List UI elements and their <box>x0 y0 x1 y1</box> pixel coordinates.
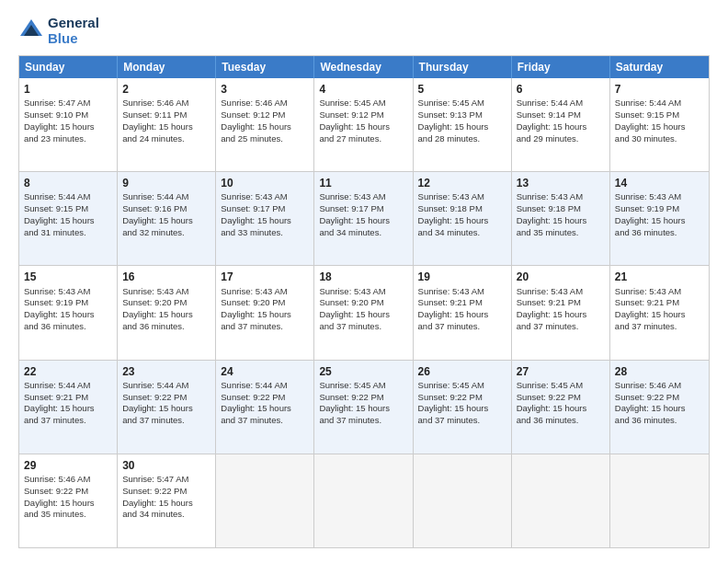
day-info-line: Sunset: 9:21 PM <box>418 297 506 309</box>
day-info-line: Sunset: 9:22 PM <box>122 486 210 498</box>
day-info-line: Sunset: 9:18 PM <box>517 203 605 215</box>
calendar-cell-15: 15Sunrise: 5:43 AMSunset: 9:19 PMDayligh… <box>19 266 118 359</box>
day-info-line: and 35 minutes. <box>24 509 112 521</box>
calendar-row-3: 15Sunrise: 5:43 AMSunset: 9:19 PMDayligh… <box>19 266 709 360</box>
logo: General Blue <box>18 15 99 46</box>
calendar-cell-28: 28Sunrise: 5:46 AMSunset: 9:22 PMDayligh… <box>610 361 709 454</box>
calendar-cell-23: 23Sunrise: 5:44 AMSunset: 9:22 PMDayligh… <box>118 361 216 454</box>
day-info-line: Sunset: 9:22 PM <box>122 392 210 404</box>
day-info-line: and 37 minutes. <box>418 321 506 333</box>
day-info-line: Sunrise: 5:43 AM <box>615 286 704 298</box>
day-number: 2 <box>122 82 210 97</box>
day-info-line: Sunset: 9:14 PM <box>517 109 605 121</box>
calendar-cell-empty <box>216 454 314 547</box>
day-info-line: and 36 minutes. <box>615 415 704 427</box>
day-info-line: Sunset: 9:20 PM <box>221 297 309 309</box>
day-info-line: and 37 minutes. <box>221 321 309 333</box>
calendar-cell-24: 24Sunrise: 5:44 AMSunset: 9:22 PMDayligh… <box>216 361 314 454</box>
day-info-line: and 27 minutes. <box>319 133 407 145</box>
day-info-line: and 37 minutes. <box>319 321 407 333</box>
day-info-line: and 37 minutes. <box>122 415 210 427</box>
day-number: 25 <box>319 364 407 379</box>
day-info-line: Sunset: 9:21 PM <box>615 297 704 309</box>
calendar-cell-5: 5Sunrise: 5:45 AMSunset: 9:13 PMDaylight… <box>414 78 512 171</box>
day-info-line: Sunrise: 5:43 AM <box>221 191 309 203</box>
calendar-row-1: 1Sunrise: 5:47 AMSunset: 9:10 PMDaylight… <box>19 78 709 172</box>
day-info-line: Sunset: 9:11 PM <box>122 109 210 121</box>
day-info-line: and 37 minutes. <box>221 415 309 427</box>
day-number: 5 <box>418 82 506 97</box>
day-info-line: Daylight: 15 hours <box>418 309 506 321</box>
day-info-line: Sunrise: 5:45 AM <box>418 98 506 109</box>
day-info-line: Sunrise: 5:45 AM <box>418 380 506 392</box>
calendar-cell-14: 14Sunrise: 5:43 AMSunset: 9:19 PMDayligh… <box>610 172 709 265</box>
day-info-line: Sunset: 9:22 PM <box>615 392 704 404</box>
day-info-line: Daylight: 15 hours <box>319 309 407 321</box>
day-info-line: and 33 minutes. <box>221 227 309 239</box>
day-info-line: Sunrise: 5:43 AM <box>418 191 506 203</box>
day-info-line: Daylight: 15 hours <box>418 403 506 415</box>
day-info-line: Sunset: 9:12 PM <box>319 109 407 121</box>
calendar-cell-22: 22Sunrise: 5:44 AMSunset: 9:21 PMDayligh… <box>19 361 118 454</box>
day-number: 1 <box>24 82 112 97</box>
header-day-saturday: Saturday <box>610 56 709 78</box>
calendar-cell-11: 11Sunrise: 5:43 AMSunset: 9:17 PMDayligh… <box>314 172 413 265</box>
day-info-line: Daylight: 15 hours <box>517 215 605 227</box>
header-day-monday: Monday <box>118 56 216 78</box>
calendar-cell-16: 16Sunrise: 5:43 AMSunset: 9:20 PMDayligh… <box>118 266 216 359</box>
calendar-cell-30: 30Sunrise: 5:47 AMSunset: 9:22 PMDayligh… <box>118 454 216 547</box>
day-info-line: and 34 minutes. <box>319 227 407 239</box>
day-info-line: and 30 minutes. <box>615 133 704 145</box>
logo-text: General Blue <box>48 15 99 46</box>
day-info-line: Sunrise: 5:46 AM <box>122 98 210 109</box>
day-info-line: Sunset: 9:17 PM <box>221 203 309 215</box>
day-number: 14 <box>615 176 704 190</box>
day-info-line: Sunrise: 5:43 AM <box>517 191 605 203</box>
day-info-line: Daylight: 15 hours <box>122 121 210 133</box>
day-info-line: and 37 minutes. <box>319 415 407 427</box>
day-info-line: Daylight: 15 hours <box>615 309 704 321</box>
day-info-line: Daylight: 15 hours <box>221 309 309 321</box>
day-number: 7 <box>615 82 704 97</box>
day-number: 24 <box>221 364 309 379</box>
day-info-line: Sunrise: 5:43 AM <box>615 191 704 203</box>
day-number: 17 <box>221 270 309 284</box>
day-info-line: Sunrise: 5:44 AM <box>517 98 605 109</box>
day-number: 26 <box>418 364 506 379</box>
day-info-line: Sunrise: 5:43 AM <box>24 286 112 298</box>
day-number: 3 <box>221 82 309 97</box>
day-info-line: Sunset: 9:22 PM <box>319 392 407 404</box>
header-day-thursday: Thursday <box>414 56 512 78</box>
calendar-cell-17: 17Sunrise: 5:43 AMSunset: 9:20 PMDayligh… <box>216 266 314 359</box>
day-info-line: Daylight: 15 hours <box>615 121 704 133</box>
calendar-cell-29: 29Sunrise: 5:46 AMSunset: 9:22 PMDayligh… <box>19 454 118 547</box>
calendar-cell-21: 21Sunrise: 5:43 AMSunset: 9:21 PMDayligh… <box>610 266 709 359</box>
calendar-cell-empty <box>512 454 610 547</box>
calendar-cell-6: 6Sunrise: 5:44 AMSunset: 9:14 PMDaylight… <box>512 78 610 171</box>
calendar-cell-2: 2Sunrise: 5:46 AMSunset: 9:11 PMDaylight… <box>118 78 216 171</box>
day-number: 29 <box>24 458 112 473</box>
calendar-cell-empty <box>414 454 512 547</box>
day-info-line: and 36 minutes. <box>615 227 704 239</box>
day-info-line: Sunrise: 5:44 AM <box>122 191 210 203</box>
day-info-line: Sunrise: 5:44 AM <box>122 380 210 392</box>
calendar-cell-26: 26Sunrise: 5:45 AMSunset: 9:22 PMDayligh… <box>414 361 512 454</box>
day-info-line: Sunrise: 5:43 AM <box>418 286 506 298</box>
day-number: 20 <box>517 270 605 284</box>
day-info-line: Daylight: 15 hours <box>517 121 605 133</box>
calendar-cell-19: 19Sunrise: 5:43 AMSunset: 9:21 PMDayligh… <box>414 266 512 359</box>
day-info-line: and 36 minutes. <box>24 321 112 333</box>
calendar-body: 1Sunrise: 5:47 AMSunset: 9:10 PMDaylight… <box>19 78 709 547</box>
calendar-cell-3: 3Sunrise: 5:46 AMSunset: 9:12 PMDaylight… <box>216 78 314 171</box>
day-number: 10 <box>221 176 309 190</box>
day-info-line: and 24 minutes. <box>122 133 210 145</box>
day-info-line: Sunset: 9:15 PM <box>615 109 704 121</box>
calendar-cell-13: 13Sunrise: 5:43 AMSunset: 9:18 PMDayligh… <box>512 172 610 265</box>
header-day-wednesday: Wednesday <box>314 56 413 78</box>
day-info-line: Sunrise: 5:44 AM <box>615 98 704 109</box>
day-info-line: Sunrise: 5:43 AM <box>319 191 407 203</box>
day-info-line: Daylight: 15 hours <box>319 403 407 415</box>
day-info-line: and 35 minutes. <box>517 227 605 239</box>
day-info-line: Sunset: 9:19 PM <box>615 203 704 215</box>
day-info-line: and 36 minutes. <box>517 415 605 427</box>
